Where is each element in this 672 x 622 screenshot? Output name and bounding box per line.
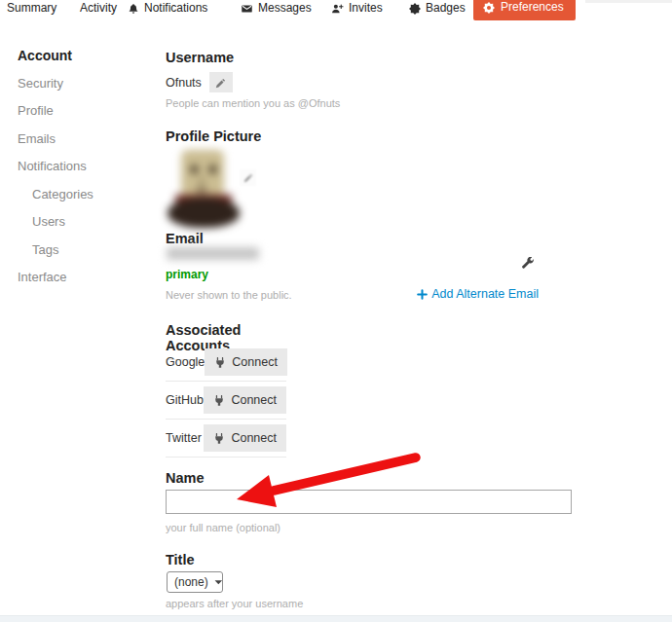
title-selected-value: (none) [174, 575, 208, 589]
provider-name: Google [166, 355, 205, 369]
sidebar-item-users[interactable]: Users [18, 214, 154, 230]
sidebar-item-interface[interactable]: Interface [18, 270, 154, 285]
primary-badge: primary [166, 268, 208, 281]
tab-label: Badges [426, 1, 466, 15]
connect-label: Connect [231, 393, 277, 407]
edit-username-button[interactable] [209, 72, 233, 92]
top-edge-strip [585, 0, 672, 3]
tab-badges[interactable]: Badges [409, 1, 466, 15]
user-plus-icon [331, 1, 344, 15]
tab-label: Notifications [144, 1, 207, 15]
tab-invites[interactable]: Invites [331, 1, 383, 15]
add-alternate-email-link[interactable]: Add Alternate Email [417, 287, 539, 301]
name-heading: Name [166, 470, 205, 486]
tab-label: Messages [258, 1, 312, 15]
sidebar-item-emails[interactable]: Emails [18, 131, 154, 147]
user-nav: Summary Activity Notifications Messages … [0, 0, 672, 19]
account-preferences-panel: Username Ofnuts People can mention you a… [166, 44, 562, 622]
tab-activity[interactable]: Activity [80, 1, 117, 15]
tab-messages[interactable]: Messages [241, 1, 312, 15]
profile-picture-heading: Profile Picture [166, 128, 261, 144]
pencil-icon [215, 75, 226, 90]
connect-google-button[interactable]: Connect [205, 348, 287, 376]
connect-label: Connect [232, 355, 278, 369]
title-select[interactable]: (none) [167, 571, 223, 593]
email-address-blurred [167, 247, 259, 260]
sidebar-item-security[interactable]: Security [18, 76, 154, 91]
gear-icon [483, 0, 495, 14]
preferences-sidebar: Account Security Profile Emails Notifica… [18, 48, 154, 298]
edit-avatar-button[interactable] [240, 169, 256, 186]
profile-picture-block [166, 146, 273, 230]
manage-email-button[interactable] [522, 254, 535, 270]
bell-icon [128, 1, 139, 15]
name-input[interactable] [166, 490, 572, 514]
title-heading: Title [166, 552, 195, 567]
username-row: Ofnuts [166, 72, 233, 92]
username-heading: Username [166, 50, 234, 65]
avatar [168, 146, 242, 228]
email-privacy-note: Never shown to the public. [166, 289, 292, 301]
pencil-icon [243, 170, 253, 185]
wrench-icon [522, 255, 535, 270]
envelope-icon [241, 1, 253, 15]
certificate-icon [409, 1, 421, 15]
provider-name: GitHub [166, 393, 204, 407]
plug-icon [214, 355, 226, 369]
plug-icon [213, 431, 225, 445]
tab-notifications[interactable]: Notifications [128, 1, 207, 15]
username-value: Ofnuts [166, 76, 202, 90]
sidebar-item-tags[interactable]: Tags [18, 242, 154, 258]
plug-icon [213, 393, 225, 407]
tab-label: Preferences [501, 0, 564, 14]
title-hint: appears after your username [166, 598, 303, 609]
connect-label: Connect [231, 431, 277, 445]
caret-down-icon [214, 575, 223, 589]
name-hint: your full name (optional) [166, 522, 280, 533]
tab-label: Invites [349, 1, 383, 15]
sidebar-item-account[interactable]: Account [18, 48, 154, 63]
account-row-github: GitHub Connect [166, 382, 286, 420]
add-alternate-email-label: Add Alternate Email [431, 287, 539, 301]
bottom-edge-band [0, 615, 672, 622]
email-heading: Email [166, 231, 204, 246]
sidebar-item-notifications[interactable]: Notifications [18, 159, 154, 174]
sidebar-item-profile[interactable]: Profile [18, 103, 154, 119]
tab-preferences[interactable]: Preferences [473, 0, 576, 20]
associated-accounts-table: Google Connect GitHub Connect Twitter [166, 344, 286, 457]
plus-icon [417, 287, 428, 301]
account-row-twitter: Twitter Connect [166, 420, 286, 457]
provider-name: Twitter [166, 431, 204, 445]
connect-twitter-button[interactable]: Connect [204, 424, 286, 452]
sidebar-item-categories[interactable]: Categories [18, 187, 154, 202]
account-row-google: Google Connect [166, 344, 286, 382]
tab-summary[interactable]: Summary [7, 1, 56, 15]
username-hint: People can mention you as @Ofnuts [166, 97, 340, 109]
connect-github-button[interactable]: Connect [204, 386, 286, 414]
